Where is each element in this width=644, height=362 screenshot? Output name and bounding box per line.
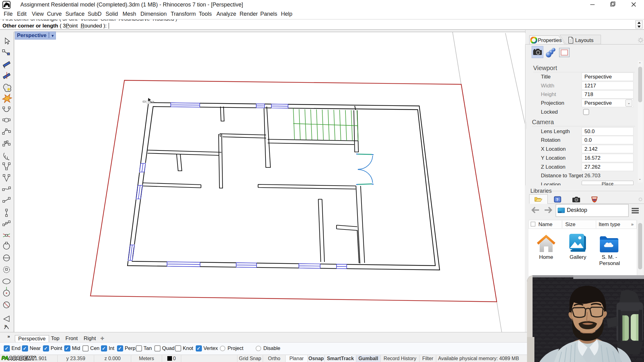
svg-text:?: ?	[556, 197, 558, 202]
svg-text:»: »	[4, 323, 7, 328]
